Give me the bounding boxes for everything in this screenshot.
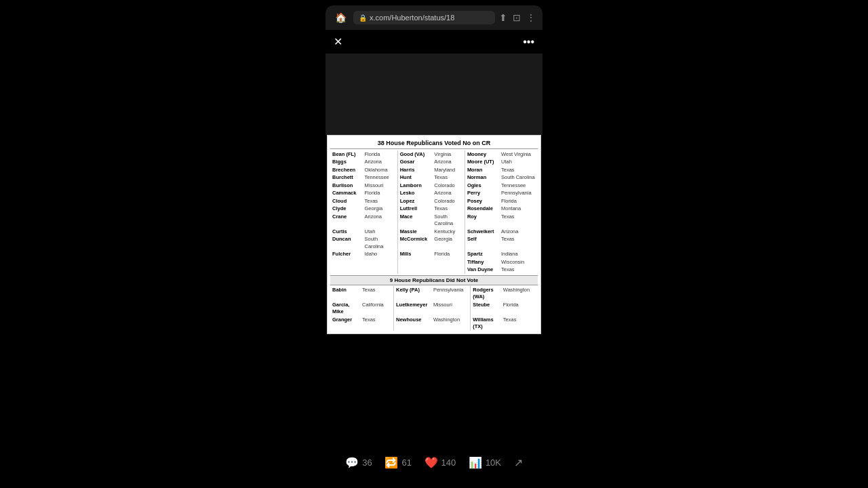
rep-state: Tennessee [499,182,538,190]
rep-state: Texas [432,174,465,182]
retweet-action[interactable]: 🔁 61 [384,456,411,469]
rep-state: Texas [499,166,538,174]
views-action[interactable]: 📊 10K [469,456,501,469]
rep-name: Cloud [330,197,363,205]
rep-state: Georgia [432,236,465,251]
rep-state: Colorado [432,182,465,190]
close-button[interactable]: ✕ [334,35,342,48]
rep-name: Posey [465,197,499,205]
rep-name: Lesko [397,190,432,198]
rep-state [363,266,398,274]
rep-state: Idaho [363,251,398,259]
rep-name: Spartz [465,251,499,259]
rep-name: Bean (FL) [330,150,363,159]
rep-state: South Carolina [432,213,465,228]
rep-state: Tennessee [363,174,398,182]
modal-more-button[interactable]: ••• [523,36,534,48]
url-bar[interactable]: 🔒 x.com/Huberton/status/18 [353,11,495,24]
rep-state: Texas [499,236,538,251]
rep-state: Texas [360,286,394,301]
rep-name: Self [465,236,499,251]
rep-state [432,266,465,274]
rep-name: Clyde [330,205,363,214]
rep-name: Cammack [330,190,363,198]
rep-name: Good (VA) [397,150,432,159]
modal-overlay: ✕ ••• [326,30,542,54]
rep-name: Duncan [330,236,363,251]
rep-name [397,258,432,266]
table-row: Clyde Georgia Luttrell Texas Rosendale M… [330,205,538,214]
rep-name: Fulcher [330,251,363,259]
rep-name: McCormick [397,236,432,251]
rep-name: Moore (UT) [465,159,499,167]
rep-state: Utah [363,228,398,236]
views-count: 10K [486,458,501,468]
rep-state: Indiana [499,251,538,259]
bookmark-button[interactable]: ⊡ [513,12,521,23]
rep-name [397,266,432,274]
rep-name: Schweikert [465,228,499,236]
rep-name: Crane [330,213,363,228]
rep-state: Arizona [432,190,465,198]
table-row: Brecheen Oklahoma Harris Maryland Moran … [330,166,538,174]
rep-state: South Carolina [363,236,398,251]
table-row: Babin Texas Kelly (PA) Pennsylvania Rodg… [330,286,538,301]
share-action[interactable]: ↗ [514,456,523,469]
rep-state [432,258,465,266]
table-title: 38 House Republicans Voted No on CR [330,138,538,149]
retweet-icon: 🔁 [384,456,398,469]
rep-name: Curtis [330,228,363,236]
table-row: Curtis Utah Massie Kentucky Schweikert A… [330,228,538,236]
more-button[interactable]: ⋮ [526,12,536,23]
retweet-count: 61 [401,458,411,468]
rep-name: Kelly (PA) [394,286,431,301]
rep-state: Arizona [432,159,465,167]
rep-state: West Virginia [499,150,538,159]
like-count: 140 [441,458,456,468]
rep-state: Florida [363,150,398,159]
rep-name: Tiffany [465,258,499,266]
vote-table-container: 38 House Republicans Voted No on CR Bean… [327,135,541,334]
rep-name: Roy [465,213,499,228]
rep-state: South Carolina [499,174,538,182]
rep-name: Luttrell [397,205,432,214]
browser-bar: 🏠 🔒 x.com/Huberton/status/18 ⬆ ⊡ ⋮ [326,5,542,30]
action-bar: 💬 36 🔁 61 ❤️ 140 📊 10K ↗ [326,449,542,476]
like-action[interactable]: ❤️ 140 [425,456,456,469]
rep-state: Oklahoma [363,166,398,174]
home-button[interactable]: 🏠 [332,11,349,24]
rep-name: Gosar [397,159,432,167]
rep-name: Norman [465,174,499,182]
comment-icon: 💬 [345,456,359,469]
rep-state: Washington [431,316,471,331]
rep-state: Texas [363,197,398,205]
modal-top-bar: ✕ ••• [326,30,542,54]
image-area [326,54,542,135]
rep-state: Texas [499,213,538,228]
rep-state: Arizona [363,159,398,167]
rep-state: California [360,301,394,316]
share-button[interactable]: ⬆ [499,12,507,23]
rep-name: Lopez [397,197,432,205]
rep-state: Florida [363,190,398,198]
views-icon: 📊 [469,456,482,469]
rep-state: Texas [499,266,538,274]
table-row: Granger Texas Newhouse Washington Willia… [330,316,538,331]
rep-state: Kentucky [432,228,465,236]
rep-name: Mace [397,213,432,228]
browser-actions: ⬆ ⊡ ⋮ [499,12,536,23]
rep-state: Utah [499,159,538,167]
rep-name: Brecheen [330,166,363,174]
rep-state: Georgia [363,205,398,214]
rep-name: Van Duyne [465,266,499,274]
table-row: Cammack Florida Lesko Arizona Perry Penn… [330,190,538,198]
comment-count: 36 [362,458,372,468]
site-icon: 🔒 [359,14,367,22]
rep-name: Ogles [465,182,499,190]
table-row: Tiffany Wisconsin [330,258,538,266]
rep-state: Florida [499,197,538,205]
rep-state: Wisconsin [499,258,538,266]
rep-state: Arizona [363,213,398,228]
comment-action[interactable]: 💬 36 [345,456,372,469]
rep-state: Texas [501,316,538,331]
